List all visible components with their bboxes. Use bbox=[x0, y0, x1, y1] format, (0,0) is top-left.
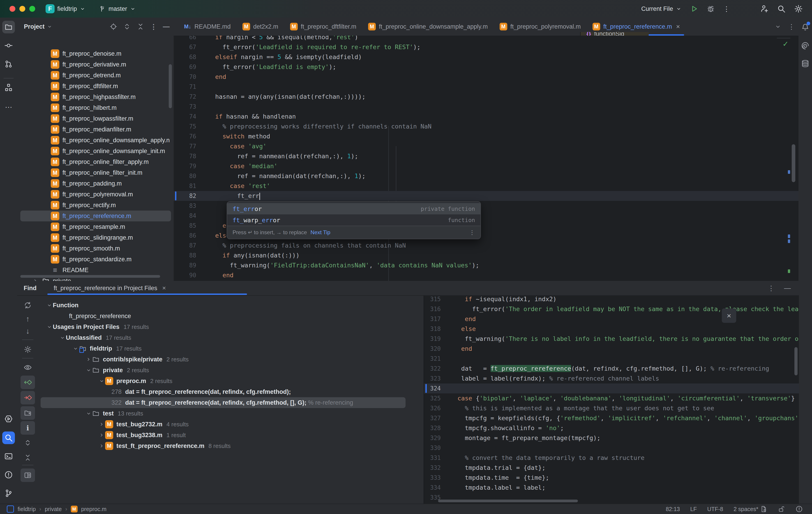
preview-horizontal-scrollbar[interactable] bbox=[438, 500, 578, 502]
git-tool-button[interactable] bbox=[2, 487, 15, 500]
hide-find-panel-button[interactable]: — bbox=[784, 284, 791, 292]
code-line-329[interactable]: 329 montage = ft_prepare_montage(tmpcfg)… bbox=[424, 433, 799, 443]
find-preview-editor[interactable]: 315 if ~isequal(indx1, indx2)316 ft_erro… bbox=[424, 295, 799, 504]
code-line-331[interactable]: 331 % convert the data temporarily to a … bbox=[424, 453, 799, 463]
find-options-button[interactable]: ⋮ bbox=[768, 284, 775, 292]
tree-item-ft-preproc-online-filter-init-m[interactable]: Mft_preproc_online_filter_init.m bbox=[17, 167, 174, 178]
close-window-button[interactable] bbox=[9, 6, 15, 12]
ai-assistant-button[interactable] bbox=[801, 41, 810, 50]
code-line-328[interactable]: 328 tmpcfg.showcallinfo = 'no'; bbox=[424, 423, 799, 433]
tab-ft-preproc-polyremoval-m[interactable]: Mft_preproc_polyremoval.m bbox=[494, 18, 587, 36]
main-editor[interactable]: 66if nargin < 5 && isequal(method,'rest'… bbox=[174, 36, 799, 281]
find-row-test-bug2732-m[interactable]: Mtest_bug2732.m4 results bbox=[40, 419, 424, 430]
find-row-fieldtrip[interactable]: fieldtrip17 results bbox=[40, 343, 424, 354]
group-by-directory-button[interactable] bbox=[21, 406, 35, 420]
find-row-278[interactable]: 278dat = ft_preproc_rereference(dat, ref… bbox=[40, 386, 424, 397]
notifications-button[interactable] bbox=[801, 23, 810, 32]
preview-layout-button[interactable] bbox=[21, 468, 35, 482]
code-line-317[interactable]: 317 end bbox=[424, 314, 799, 324]
code-line-332[interactable]: 332 tmpdata.trial = {dat}; bbox=[424, 463, 799, 473]
show-details-button[interactable]: i bbox=[21, 421, 35, 435]
find-row-test-bug3238-m[interactable]: Mtest_bug3238.m1 result bbox=[40, 430, 424, 441]
code-line-90[interactable]: 90 end bbox=[174, 270, 799, 280]
tree-chevron[interactable] bbox=[85, 356, 92, 362]
run-config-selector[interactable]: Current File bbox=[641, 5, 682, 12]
code-line-67[interactable]: 67 ft_error('Leadfield is required to re… bbox=[174, 42, 799, 52]
code-line-324[interactable]: 324 bbox=[424, 384, 799, 393]
code-line-323[interactable]: 323 label = label(refindx); % re-referen… bbox=[424, 373, 799, 384]
tab-ft-preproc-online-downsample-apply-m[interactable]: Mft_preproc_online_downsample_apply.m bbox=[362, 18, 494, 36]
code-line-320[interactable]: 320 end bbox=[424, 344, 799, 354]
tree-item-ft-preproc-online-downsample-apply-n[interactable]: Mft_preproc_online_downsample_apply.n bbox=[17, 135, 174, 146]
tree-item-ft-preproc-smooth-m[interactable]: Mft_preproc_smooth.m bbox=[17, 243, 174, 254]
next-occurrence-button[interactable]: ↓ bbox=[21, 325, 35, 337]
tree-item-ft-preproc-rectify-m[interactable]: Mft_preproc_rectify.m bbox=[17, 200, 174, 211]
code-line-333[interactable]: 333 tmpdata.time = {time}; bbox=[424, 473, 799, 483]
code-line-71[interactable]: 71 bbox=[174, 82, 799, 92]
tree-item-ft-preproc-padding-m[interactable]: Mft_preproc_padding.m bbox=[17, 178, 174, 189]
more-tools-button[interactable]: … bbox=[2, 99, 15, 111]
tree-item-ft-preproc-resample-m[interactable]: Mft_preproc_resample.m bbox=[17, 221, 174, 232]
project-panel-title-dropdown[interactable]: Project bbox=[24, 23, 52, 30]
code-line-88[interactable]: 88 if any(isnan(dat(:))) bbox=[174, 250, 799, 261]
structure-tool-button[interactable] bbox=[2, 81, 15, 94]
find-row-function[interactable]: Function bbox=[40, 300, 424, 311]
tree-chevron[interactable] bbox=[85, 367, 92, 373]
tree-item-ft-preproc-rereference-m[interactable]: Mft_preproc_rereference.m bbox=[20, 211, 171, 221]
tree-item-ft-preproc-lowpassfilter-m[interactable]: Mft_preproc_lowpassfilter.m bbox=[17, 113, 174, 124]
file-encoding[interactable]: UTF-8 bbox=[707, 506, 723, 512]
tree-item-ft-preproc-slidingrange-m[interactable]: Mft_preproc_slidingrange.m bbox=[17, 232, 174, 243]
branch-selector[interactable]: master bbox=[99, 5, 136, 12]
code-line-75[interactable]: 75 % preprocessing works differently if … bbox=[174, 122, 799, 131]
project-selector[interactable]: F fieldtrip bbox=[46, 4, 86, 13]
code-line-79[interactable]: 79 case 'median' bbox=[174, 161, 799, 171]
popup-options-button[interactable]: ⋮ bbox=[469, 229, 475, 236]
breadcrumb-project[interactable]: fieldtrip bbox=[18, 506, 36, 512]
tree-item-ft-preproc-polyremoval-m[interactable]: Mft_preproc_polyremoval.m bbox=[17, 189, 174, 200]
find-row-private[interactable]: private2 results bbox=[40, 365, 424, 375]
tree-chevron[interactable] bbox=[98, 443, 105, 449]
project-tool-button[interactable] bbox=[2, 21, 15, 33]
tree-item-ft-preproc-hilbert-m[interactable]: Mft_preproc_hilbert.m bbox=[17, 102, 174, 113]
tab-ft-preproc-dftfilter-m[interactable]: Mft_preproc_dftfilter.m bbox=[284, 18, 362, 36]
code-line-330[interactable]: 330 bbox=[424, 443, 799, 453]
tree-item-ft-preproc-detrend-m[interactable]: Mft_preproc_detrend.m bbox=[17, 70, 174, 81]
preview-code-area[interactable]: 315 if ~isequal(indx1, indx2)316 ft_erro… bbox=[424, 295, 799, 503]
code-line-87[interactable]: 87 % preprocessing fails on channels tha… bbox=[174, 241, 799, 250]
tree-item-ft-preproc-highpassfilter-m[interactable]: Mft_preproc_highpassfilter.m bbox=[17, 92, 174, 102]
expand-all-button[interactable] bbox=[123, 23, 131, 30]
search-settings-button[interactable] bbox=[21, 343, 35, 356]
problems-tool-button[interactable] bbox=[2, 468, 15, 481]
tree-chevron[interactable] bbox=[46, 302, 53, 308]
find-row-preproc-m[interactable]: Mpreproc.m2 results bbox=[40, 375, 424, 386]
tree-chevron[interactable] bbox=[46, 324, 53, 330]
tree-item-ft-preproc-standardize-m[interactable]: Mft_preproc_standardize.m bbox=[17, 254, 174, 265]
indent-setting[interactable]: 2 spaces* bbox=[733, 506, 767, 513]
tree-item-ft-preproc-dftfilter-m[interactable]: Mft_preproc_dftfilter.m bbox=[17, 81, 174, 92]
code-line-334[interactable]: 334 tmpdata.label = label; bbox=[424, 483, 799, 492]
find-row-ft-preproc-rereference[interactable]: ft_preproc_rereference bbox=[40, 311, 424, 322]
database-button[interactable] bbox=[801, 59, 810, 68]
code-with-me-button[interactable] bbox=[760, 4, 769, 13]
pull-requests-tool-button[interactable] bbox=[2, 58, 15, 70]
minimize-window-button[interactable] bbox=[20, 6, 25, 12]
code-line-327[interactable]: 327 tmpcfg = keepfields(cfg, {'refmethod… bbox=[424, 413, 799, 423]
tree-chevron[interactable] bbox=[98, 378, 105, 384]
commit-tool-button[interactable] bbox=[2, 39, 15, 52]
code-line-321[interactable]: 321 bbox=[424, 354, 799, 364]
expand-all-button[interactable] bbox=[21, 436, 35, 449]
find-row-usages-in-project-files[interactable]: Usages in Project Files17 results bbox=[40, 322, 424, 332]
tree-chevron[interactable] bbox=[85, 411, 92, 416]
code-line-326[interactable]: 326 % this is implemented as a montage t… bbox=[424, 403, 799, 413]
close-tab-button[interactable]: × bbox=[162, 284, 166, 292]
tab-functionsig[interactable]: {}functionSig bbox=[580, 32, 649, 36]
collapse-all-button[interactable] bbox=[137, 23, 144, 30]
find-results-tab[interactable]: ft_preproc_rereference in Project Files … bbox=[54, 284, 166, 292]
code-line-81[interactable]: 81 case 'rest' bbox=[174, 181, 799, 191]
close-tab-icon[interactable]: × bbox=[676, 23, 680, 30]
terminal-tool-button[interactable] bbox=[2, 450, 15, 462]
code-line-77[interactable]: 77 case 'avg' bbox=[174, 141, 799, 151]
debug-button[interactable] bbox=[706, 4, 715, 13]
settings-button[interactable] bbox=[794, 4, 803, 13]
navigate-to-source-button[interactable] bbox=[21, 375, 35, 389]
